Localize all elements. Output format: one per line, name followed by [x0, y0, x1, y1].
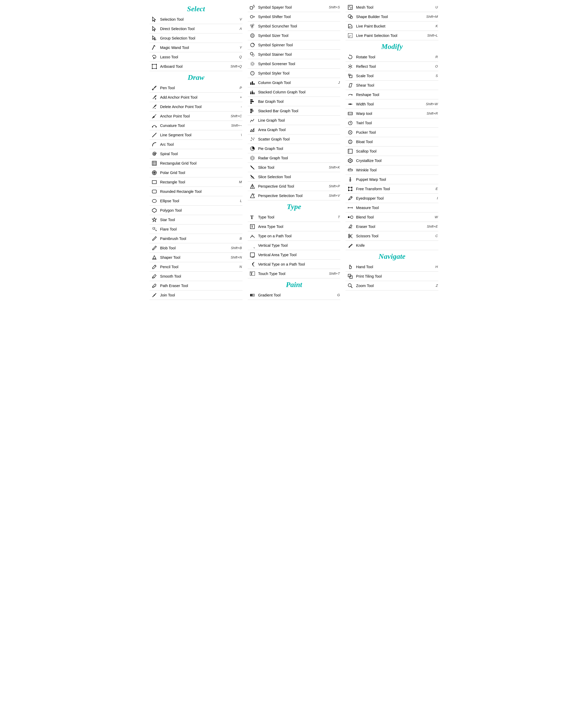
tool-row[interactable]: Slice Selection Tool: [248, 172, 340, 182]
tool-row[interactable]: Paintbrush ToolB: [150, 234, 243, 243]
tool-row[interactable]: TVertical Type on a Path Tool: [248, 260, 340, 269]
tool-row[interactable]: Perspective Grid ToolShift+P: [248, 182, 340, 191]
tool-row[interactable]: Symbol Screener Tool: [248, 59, 340, 68]
tool-row[interactable]: Smooth Tool: [150, 271, 243, 281]
tool-row[interactable]: Arc Tool: [150, 140, 243, 149]
tool-row[interactable]: Selection ToolV: [150, 15, 243, 24]
tool-row[interactable]: Gradient ToolG: [248, 290, 340, 300]
pencil-icon: [150, 264, 159, 270]
svg-line-155: [350, 234, 353, 237]
tool-row[interactable]: Mesh ToolU: [345, 3, 438, 12]
tool-row[interactable]: TType ToolT: [248, 212, 340, 222]
tool-row[interactable]: Slice ToolShift+K: [248, 163, 340, 172]
tool-row[interactable]: Rotate ToolR: [345, 52, 438, 62]
tool-row[interactable]: Pen ToolP: [150, 83, 243, 93]
tool-row[interactable]: Polar Grid Tool: [150, 168, 243, 177]
tool-row[interactable]: Anchor Point ToolShift+C: [150, 111, 243, 121]
tool-row[interactable]: Shaper ToolShift+N: [150, 253, 243, 262]
tool-row[interactable]: Line Graph Tool: [248, 116, 340, 125]
tool-row[interactable]: Path Eraser Tool: [150, 281, 243, 290]
tool-row[interactable]: Crystallize Tool: [345, 156, 438, 165]
tool-row[interactable]: Reflect ToolO: [345, 62, 438, 71]
tool-name-label: Vertical Type on a Path Tool: [258, 262, 340, 266]
tool-row[interactable]: Blend ToolW: [345, 212, 438, 222]
tool-row[interactable]: Symbol Stainer Tool: [248, 50, 340, 59]
tool-row[interactable]: Width ToolShift+W: [345, 99, 438, 109]
tool-row[interactable]: TVertical Type Tool: [248, 241, 340, 250]
tool-row[interactable]: Scissors ToolC: [345, 231, 438, 241]
tool-row[interactable]: Symbol Shifter Tool: [248, 12, 340, 21]
tool-name-label: Scale Tool: [356, 74, 436, 78]
tool-row[interactable]: Area Graph Tool: [248, 125, 340, 135]
tool-row[interactable]: Artboard ToolShift+Q: [150, 62, 243, 71]
tool-row[interactable]: Bloat Tool: [345, 137, 438, 146]
svg-point-36: [152, 199, 156, 203]
tool-row[interactable]: Warp toolShift+R: [345, 109, 438, 118]
tool-row[interactable]: Symbol Sizer Tool: [248, 31, 340, 40]
tool-row[interactable]: Column Graph ToolJ: [248, 78, 340, 87]
tool-row[interactable]: Rectangle ToolM: [150, 177, 243, 187]
tool-row[interactable]: Curvature ToolShift+~: [150, 121, 243, 130]
tool-row[interactable]: Magic Wand ToolY: [150, 43, 243, 52]
tool-row[interactable]: Stacked Column Graph Tool: [248, 87, 340, 97]
tool-row[interactable]: Print Tiling Tool: [345, 271, 438, 281]
tool-row[interactable]: Symbol Spinner Tool: [248, 40, 340, 50]
shear-icon: [346, 82, 354, 88]
tool-row[interactable]: Direct Selection ToolA: [150, 24, 243, 34]
tool-row[interactable]: Pencil ToolN: [150, 262, 243, 271]
tool-row[interactable]: Join Tool: [150, 290, 243, 300]
tool-row[interactable]: Puppet Warp Tool: [345, 175, 438, 184]
tool-row[interactable]: Scallop Tool: [345, 146, 438, 156]
tool-row[interactable]: Zoom ToolZ: [345, 281, 438, 290]
tool-row[interactable]: Shape Builder ToolShift+M: [345, 12, 438, 21]
tool-row[interactable]: Symbol Styler Tool: [248, 68, 340, 78]
tool-name-label: Symbol Shifter Tool: [258, 15, 340, 19]
tool-row[interactable]: Free Transform ToolE: [345, 184, 438, 193]
tool-row[interactable]: Measure Tool: [345, 203, 438, 212]
svg-point-19: [152, 126, 153, 127]
tool-row[interactable]: Live Paint BucketK: [345, 21, 438, 31]
svg-marker-93: [251, 157, 253, 159]
tool-row[interactable]: Symbol Spayer ToolShift+S: [248, 3, 340, 12]
tool-row[interactable]: Ellipse ToolL: [150, 196, 243, 206]
tool-row[interactable]: Rectangulat Grid Tool: [150, 159, 243, 168]
tool-row[interactable]: -Delete Anchor Point Tool-: [150, 102, 243, 111]
tool-row[interactable]: TVertical Area Type Tool: [248, 250, 340, 260]
tool-row[interactable]: Scatter Graph Tool: [248, 135, 340, 144]
tool-row[interactable]: TTouch Type ToolShift+T: [248, 269, 340, 279]
tool-row[interactable]: Spiral Tool: [150, 149, 243, 159]
tool-row[interactable]: Wrinkle Tool: [345, 165, 438, 175]
tool-row[interactable]: +Add Anchor Point Tool+: [150, 93, 243, 102]
magic-wand-icon: [150, 45, 159, 50]
artboard-icon: [150, 64, 159, 69]
tool-row[interactable]: Eyedropper ToolI: [345, 193, 438, 203]
tool-row[interactable]: Stacked Bar Graph Tool: [248, 106, 340, 116]
tool-row[interactable]: TType on a Path Tool: [248, 231, 340, 241]
direct-selection-icon: [150, 26, 159, 32]
tool-row[interactable]: Bar Graph Tool: [248, 97, 340, 106]
tool-row[interactable]: Perspective Selection ToolShift+V: [248, 191, 340, 200]
tool-row[interactable]: Blob ToolShift+B: [150, 243, 243, 253]
tool-row[interactable]: Radar Graph Tool: [248, 153, 340, 163]
tool-row[interactable]: Reshape Tool: [345, 90, 438, 99]
tool-row[interactable]: Twirl Tool: [345, 118, 438, 128]
svg-rect-83: [250, 112, 251, 113]
tool-row[interactable]: Lasso ToolQ: [150, 52, 243, 62]
tool-row[interactable]: Polygon Tool: [150, 206, 243, 215]
tool-row[interactable]: Symbol Scruncher Tool: [248, 21, 340, 31]
tool-row[interactable]: Line Segment Tool\: [150, 130, 243, 140]
tool-row[interactable]: TArea Type Tool: [248, 222, 340, 231]
tool-row[interactable]: Scale ToolS: [345, 71, 438, 81]
tool-row[interactable]: Shear Tool: [345, 81, 438, 90]
tool-row[interactable]: +Group Selection Tool: [150, 34, 243, 43]
tool-row[interactable]: Live Paint Selection ToolShift+L: [345, 31, 438, 40]
svg-rect-74: [253, 93, 254, 94]
tool-row[interactable]: Star Tool: [150, 215, 243, 224]
tool-row[interactable]: Pucker Tool: [345, 128, 438, 137]
tool-row[interactable]: Hand ToolH: [345, 262, 438, 271]
tool-row[interactable]: Flare Tool: [150, 224, 243, 234]
tool-row[interactable]: Pie Graph Tool: [248, 144, 340, 153]
tool-row[interactable]: Rounded Rectangle Tool: [150, 187, 243, 196]
tool-row[interactable]: Knife: [345, 241, 438, 250]
tool-row[interactable]: Eraser ToolShift+E: [345, 222, 438, 231]
